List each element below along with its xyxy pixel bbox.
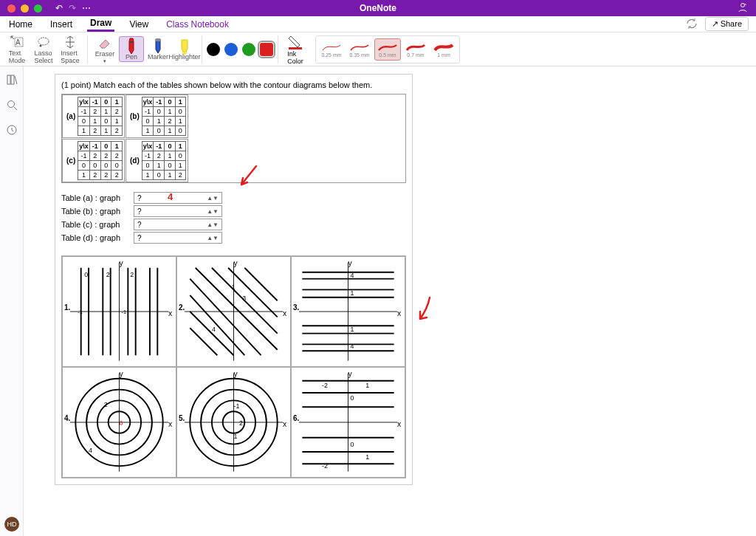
marker-button[interactable]: Marker	[145, 38, 171, 61]
window-controls	[7, 4, 42, 13]
app-title: OneNote	[360, 3, 396, 13]
color-green[interactable]	[242, 43, 255, 56]
svg-text:-1: -1	[78, 309, 83, 315]
svg-text:-1: -1	[121, 309, 126, 315]
stroke-035[interactable]: 0.35 mm	[346, 38, 373, 61]
svg-text:1: 1	[350, 289, 354, 297]
svg-text:0: 0	[350, 441, 354, 448]
select-d[interactable]: ?▲▼	[134, 232, 222, 244]
svg-text:x: x	[283, 420, 287, 428]
svg-point-3	[38, 38, 49, 45]
graph-6: yx-20101-2	[292, 368, 405, 477]
svg-point-4	[40, 44, 42, 47]
stroke-07[interactable]: 0.7 mm	[402, 38, 429, 61]
svg-text:1: 1	[365, 382, 369, 389]
graph-4: yx024	[63, 368, 176, 477]
svg-text:4: 4	[350, 343, 354, 350]
svg-text:x: x	[397, 309, 402, 317]
color-black[interactable]	[207, 43, 220, 56]
recent-icon[interactable]	[6, 124, 18, 136]
svg-rect-10	[11, 75, 14, 84]
embedded-image: (1 point) Match each of the tables shown…	[55, 74, 413, 485]
highlighter-button[interactable]: Highlighter	[172, 38, 197, 61]
graph-2: yx134	[177, 257, 290, 366]
more-icon[interactable]: ⋯	[82, 3, 91, 13]
svg-text:x: x	[168, 420, 173, 428]
graphs-grid: 1. yx022-1-1 2. yx134 3. yx4114 4. yx024…	[61, 255, 406, 478]
graph-1: yx022-1-1	[63, 257, 176, 366]
svg-text:0: 0	[84, 271, 88, 278]
svg-rect-5	[130, 41, 133, 43]
titlebar: ↶ ↷ ⋯ OneNote	[0, 0, 756, 16]
menu-insert[interactable]: Insert	[47, 18, 75, 31]
ink-color-button[interactable]: Ink Color	[283, 34, 308, 65]
svg-text:-2: -2	[322, 382, 328, 389]
quick-access: ↶ ↷ ⋯	[55, 3, 91, 13]
svg-text:4: 4	[212, 326, 216, 333]
maximize-window-button[interactable]	[34, 4, 42, 13]
select-c[interactable]: ?▲▼	[134, 219, 222, 230]
svg-text:0: 0	[350, 394, 354, 402]
select-a[interactable]: ? 4 ▲▼	[134, 192, 222, 204]
svg-text:2: 2	[104, 401, 108, 408]
menu-home[interactable]: Home	[6, 18, 35, 31]
canvas[interactable]: (1 point) Match each of the tables shown…	[24, 66, 756, 536]
svg-text:x: x	[397, 420, 402, 428]
menu-view[interactable]: View	[126, 18, 151, 31]
lasso-select-button[interactable]: Lasso Select	[31, 34, 56, 65]
tables-grid: (a) y\x-101-121201011212 (b) y\x-101-101…	[61, 94, 406, 183]
stroke-025[interactable]: 0.25 mm	[318, 38, 345, 61]
graph-5: yx2-11	[177, 368, 290, 477]
close-window-button[interactable]	[7, 4, 16, 13]
svg-text:1: 1	[350, 326, 354, 333]
svg-text:0: 0	[120, 419, 123, 427]
share-button[interactable]: ↗ Share	[705, 17, 749, 31]
notebooks-icon[interactable]	[6, 74, 18, 86]
sync-icon[interactable]	[686, 18, 698, 31]
svg-text:y: y	[348, 370, 353, 378]
insert-space-button[interactable]: Insert Space	[58, 34, 83, 65]
svg-text:4: 4	[89, 447, 92, 454]
svg-text:4: 4	[350, 272, 354, 279]
svg-text:x: x	[168, 309, 173, 317]
menu-draw[interactable]: Draw	[87, 16, 114, 32]
svg-rect-9	[7, 75, 10, 84]
svg-text:x: x	[283, 309, 287, 317]
svg-text:1: 1	[365, 453, 369, 461]
svg-text:y: y	[348, 259, 353, 267]
svg-text:-2: -2	[322, 462, 328, 470]
svg-text:3: 3	[242, 295, 246, 302]
graph-3: yx4114	[292, 257, 405, 366]
svg-text:2: 2	[106, 271, 110, 278]
pen-button[interactable]: Pen	[119, 36, 144, 63]
stroke-05[interactable]: 0.5 mm	[374, 38, 401, 61]
question-text: (1 point) Match each of the tables shown…	[61, 80, 406, 89]
minimize-window-button[interactable]	[21, 4, 29, 13]
svg-text:A: A	[16, 38, 21, 47]
search-icon[interactable]	[6, 99, 18, 111]
text-mode-button[interactable]: A Text Mode	[4, 34, 30, 65]
svg-rect-6	[156, 39, 160, 41]
svg-text:1: 1	[232, 284, 236, 291]
stroke-width-group: 0.25 mm 0.35 mm 0.5 mm 0.7 mm 1 mm	[315, 35, 460, 63]
color-red[interactable]	[260, 43, 273, 56]
titlebar-right-icon[interactable]	[737, 1, 749, 16]
svg-text:2: 2	[239, 419, 243, 427]
select-b[interactable]: ?▲▼	[134, 205, 222, 217]
ink-answer-a: 4	[168, 191, 173, 202]
color-blue[interactable]	[224, 43, 238, 56]
ink-arrow-2	[411, 295, 441, 325]
svg-text:2: 2	[130, 271, 134, 278]
menu-class-notebook[interactable]: Class Notebook	[163, 18, 232, 31]
eraser-button[interactable]: Eraser▾	[92, 35, 117, 64]
ribbon: A Text Mode Lasso Select Insert Space Er…	[0, 32, 756, 66]
svg-text:y: y	[120, 259, 124, 267]
user-badge[interactable]: HD	[4, 517, 19, 532]
menubar: Home Insert Draw View Class Notebook ↗ S…	[0, 16, 756, 32]
undo-icon[interactable]: ↶	[55, 3, 63, 13]
svg-text:y: y	[120, 370, 124, 378]
svg-point-0	[741, 3, 745, 7]
redo-icon[interactable]: ↷	[69, 3, 76, 13]
match-rows: Table (a) : graph ? 4 ▲▼ Table (b) : gra…	[61, 192, 406, 244]
stroke-1[interactable]: 1 mm	[430, 38, 457, 61]
